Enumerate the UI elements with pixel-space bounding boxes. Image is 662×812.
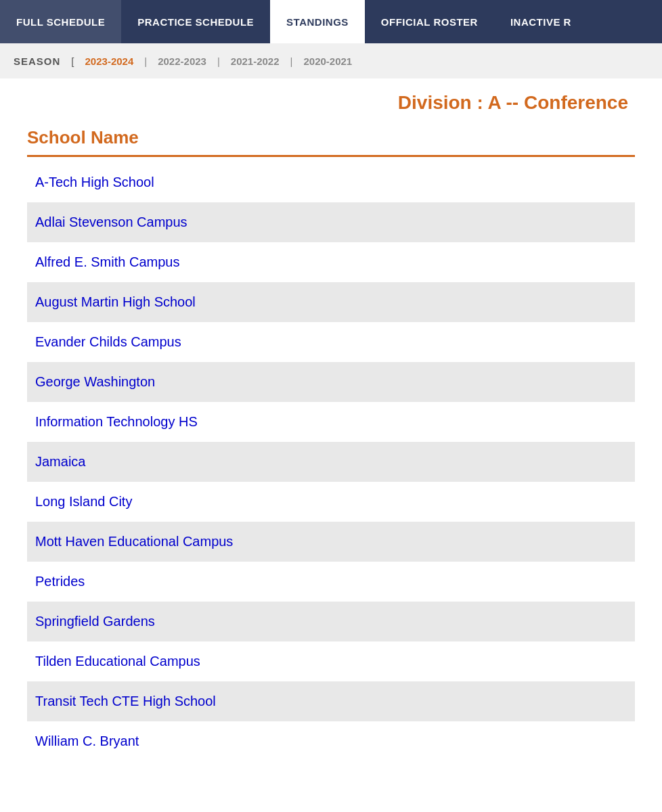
school-list-item[interactable]: Jamaica — [27, 442, 635, 482]
season-year-2020-2021[interactable]: 2020-2021 — [303, 55, 352, 67]
school-list-item[interactable]: A-Tech High School — [27, 162, 635, 202]
school-list-item[interactable]: Evander Childs Campus — [27, 322, 635, 362]
division-title: Division : A -- Conference — [27, 92, 635, 114]
nav-practice-schedule[interactable]: PRACTICE SCHEDULE — [121, 0, 270, 43]
school-list-item[interactable]: William C. Bryant — [27, 721, 635, 761]
navigation: FULL SCHEDULE PRACTICE SCHEDULE STANDING… — [0, 0, 662, 43]
season-divider-3: | — [290, 55, 293, 67]
school-list: A-Tech High SchoolAdlai Stevenson Campus… — [27, 162, 635, 761]
season-year-2021-2022[interactable]: 2021-2022 — [231, 55, 280, 67]
school-list-item[interactable]: Petrides — [27, 562, 635, 602]
school-list-item[interactable]: Long Island City — [27, 482, 635, 522]
season-label: SEASON — [14, 55, 60, 67]
school-list-item[interactable]: Tilden Educational Campus — [27, 641, 635, 681]
schools-header-text: School Name — [27, 127, 139, 148]
season-bracket: [ — [71, 55, 74, 67]
season-divider-2: | — [217, 55, 220, 67]
nav-inactive[interactable]: INACTIVE R — [494, 0, 588, 43]
nav-official-roster[interactable]: OFFICIAL ROSTER — [365, 0, 494, 43]
season-divider-1: | — [144, 55, 147, 67]
season-bar: SEASON [ 2023-2024 | 2022-2023 | 2021-20… — [0, 43, 662, 78]
nav-full-schedule[interactable]: FULL SCHEDULE — [0, 0, 121, 43]
school-list-item[interactable]: Mott Haven Educational Campus — [27, 522, 635, 562]
main-content: Division : A -- Conference School Name A… — [0, 78, 662, 788]
school-list-item[interactable]: Adlai Stevenson Campus — [27, 202, 635, 242]
school-list-item[interactable]: Transit Tech CTE High School — [27, 681, 635, 721]
nav-standings[interactable]: STANDINGS — [270, 0, 365, 43]
school-list-item[interactable]: Springfield Gardens — [27, 602, 635, 641]
section-header: School Name — [27, 127, 635, 157]
school-list-item[interactable]: Information Technology HS — [27, 402, 635, 442]
school-list-item[interactable]: Alfred E. Smith Campus — [27, 242, 635, 282]
school-list-item[interactable]: George Washington — [27, 362, 635, 402]
school-list-item[interactable]: August Martin High School — [27, 282, 635, 322]
season-year-2023-2024[interactable]: 2023-2024 — [85, 55, 134, 67]
season-year-2022-2023[interactable]: 2022-2023 — [158, 55, 206, 67]
